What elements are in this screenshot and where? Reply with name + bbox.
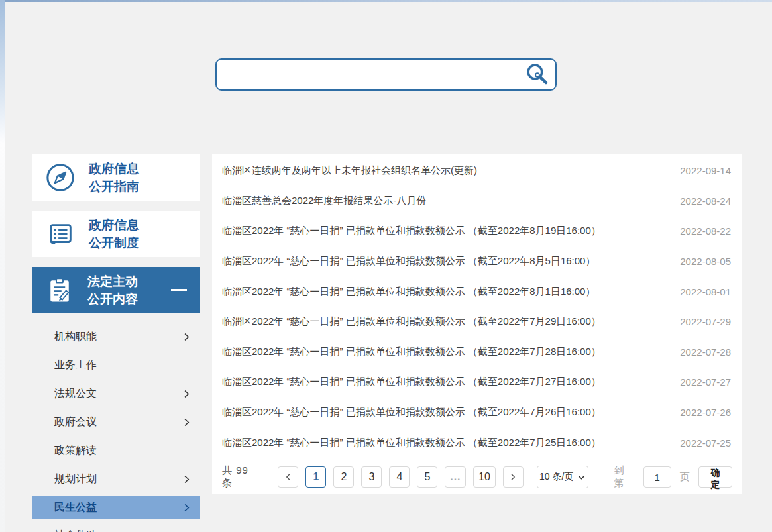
page-button-1[interactable]: 1 — [305, 466, 326, 488]
sidebar-item-label: 公开制度 — [89, 234, 139, 252]
announcement-link[interactable]: 临淄区2022年 “慈心一日捐” 已捐款单位和捐款数额公示 （截至2022年8月… — [222, 225, 601, 237]
pagination: 共 99 条 1 2 3 4 5 ... 10 10 条/页 到第 — [212, 466, 742, 488]
list-item: 临淄区慈善总会2022年度年报结果公示-八月份 2022-08-24 — [222, 186, 731, 217]
chevron-right-icon — [509, 473, 517, 481]
page-size-label: 10 条/页 — [539, 471, 573, 483]
goto-prefix-label: 到第 — [614, 464, 635, 490]
search-bar — [215, 58, 557, 91]
goto-page-input[interactable] — [643, 466, 671, 488]
announcement-date: 2022-08-24 — [680, 195, 731, 207]
list-item: 临淄区2022年 “慈心一日捐” 已捐款单位和捐款数额公示 （截至2022年7月… — [222, 398, 731, 428]
sidebar: 政府信息 公开指南 政府信息 公开制度 — [32, 154, 200, 532]
announcement-date: 2022-08-05 — [680, 256, 731, 267]
announcement-date: 2022-07-25 — [680, 437, 731, 449]
announcement-date: 2022-09-14 — [680, 165, 731, 176]
list-item: 临淄区2022年 “慈心一日捐” 已捐款单位和捐款数额公示 （截至2022年7月… — [222, 307, 731, 337]
clipboard-pencil-icon — [45, 275, 74, 305]
submenu: 机构职能 业务工作 法规公文 政府会议 政策解读 — [32, 323, 200, 532]
total-count: 共 99 条 — [222, 464, 261, 490]
submenu-label: 规划计划 — [54, 472, 97, 486]
search-input[interactable] — [215, 58, 557, 91]
submenu-item-regulations[interactable]: 法规公文 — [32, 380, 200, 408]
list-item: 临淄区2022年 “慈心一日捐” 已捐款单位和捐款数额公示 （截至2022年7月… — [222, 427, 731, 458]
confirm-button[interactable]: 确定 — [698, 466, 732, 488]
next-page-button[interactable] — [503, 466, 524, 488]
announcement-link[interactable]: 临淄区慈善总会2022年度年报结果公示-八月份 — [222, 195, 426, 207]
submenu-item-public-welfare[interactable]: 民生公益 — [32, 496, 200, 519]
page-button-5[interactable]: 5 — [417, 466, 437, 488]
goto-suffix-label: 页 — [680, 471, 690, 484]
announcement-date: 2022-07-27 — [680, 376, 731, 388]
left-border-strip — [0, 0, 5, 532]
page-ellipsis-button[interactable]: ... — [445, 466, 466, 488]
chevron-right-icon — [182, 418, 191, 427]
announcement-link[interactable]: 临淄区连续两年及两年以上未年报社会组织名单公示(更新) — [222, 164, 477, 177]
submenu-item-organization[interactable]: 机构职能 — [32, 323, 200, 351]
chevron-right-icon — [182, 390, 191, 398]
sidebar-item-label: 政府信息 — [89, 216, 139, 234]
sidebar-item-gov-info-system[interactable]: 政府信息 公开制度 — [32, 211, 200, 257]
page-button-3[interactable]: 3 — [361, 466, 382, 488]
announcement-date: 2022-08-01 — [680, 286, 731, 297]
collapse-minus-icon[interactable] — [171, 289, 187, 291]
sidebar-item-label: 法定主动 — [87, 272, 138, 290]
announcement-date: 2022-07-26 — [680, 407, 731, 418]
page: 政府信息 公开指南 政府信息 公开制度 — [0, 0, 772, 532]
list-item: 临淄区2022年 “慈心一日捐” 已捐款单位和捐款数额公示 （截至2022年8月… — [222, 216, 731, 246]
search-icon — [525, 62, 549, 87]
submenu-item-gov-meetings[interactable]: 政府会议 — [32, 408, 200, 437]
submenu-label: 政府会议 — [54, 415, 97, 429]
submenu-label: 政策解读 — [54, 444, 97, 458]
announcement-date: 2022-07-28 — [680, 346, 731, 358]
sidebar-item-label: 公开指南 — [89, 178, 139, 195]
document-icon — [45, 219, 76, 249]
sidebar-item-label: 公开内容 — [87, 290, 138, 308]
announcement-link[interactable]: 临淄区2022年 “慈心一日捐” 已捐款单位和捐款数额公示 （截至2022年7月… — [222, 346, 601, 358]
announcement-date: 2022-07-29 — [680, 316, 731, 327]
chevron-down-icon — [578, 474, 585, 481]
announcement-link[interactable]: 临淄区2022年 “慈心一日捐” 已捐款单位和捐款数额公示 （截至2022年7月… — [222, 406, 601, 419]
list-item: 临淄区2022年 “慈心一日捐” 已捐款单位和捐款数额公示 （截至2022年7月… — [222, 337, 731, 368]
submenu-item-planning[interactable]: 规划计划 — [32, 465, 200, 494]
chevron-right-icon — [182, 475, 191, 484]
announcement-date: 2022-08-22 — [680, 225, 731, 237]
announcement-list: 临淄区连续两年及两年以上未年报社会组织名单公示(更新) 2022-09-14 临… — [212, 154, 742, 458]
sidebar-item-gov-info-guide[interactable]: 政府信息 公开指南 — [32, 154, 200, 201]
list-item: 临淄区连续两年及两年以上未年报社会组织名单公示(更新) 2022-09-14 — [222, 156, 731, 186]
page-size-select[interactable]: 10 条/页 — [537, 466, 588, 488]
page-button-2[interactable]: 2 — [333, 466, 354, 488]
announcement-link[interactable]: 临淄区2022年 “慈心一日捐” 已捐款单位和捐款数额公示 （截至2022年7月… — [222, 376, 601, 388]
submenu-label: 社会救助 — [54, 529, 97, 532]
sidebar-item-statutory-disclosure[interactable]: 法定主动 公开内容 — [32, 267, 200, 313]
compass-icon — [45, 162, 76, 193]
top-border-strip — [0, 0, 772, 2]
chevron-right-icon — [182, 504, 191, 512]
sidebar-item-label: 政府信息 — [89, 160, 139, 178]
page-button-10[interactable]: 10 — [473, 466, 495, 488]
chevron-left-icon — [284, 473, 292, 481]
page-button-4[interactable]: 4 — [389, 466, 410, 488]
list-item: 临淄区2022年 “慈心一日捐” 已捐款单位和捐款数额公示 （截至2022年8月… — [222, 276, 731, 307]
list-item: 临淄区2022年 “慈心一日捐” 已捐款单位和捐款数额公示 （截至2022年7月… — [222, 367, 731, 398]
announcement-link[interactable]: 临淄区2022年 “慈心一日捐” 已捐款单位和捐款数额公示 （截至2022年8月… — [222, 255, 595, 268]
prev-page-button[interactable] — [278, 466, 298, 488]
submenu-label: 业务工作 — [54, 358, 97, 372]
submenu-item-business-work[interactable]: 业务工作 — [32, 351, 200, 380]
announcement-link[interactable]: 临淄区2022年 “慈心一日捐” 已捐款单位和捐款数额公示 （截至2022年7月… — [222, 315, 601, 328]
announcement-link[interactable]: 临淄区2022年 “慈心一日捐” 已捐款单位和捐款数额公示 （截至2022年7月… — [222, 437, 601, 449]
submenu-label: 民生公益 — [54, 501, 97, 515]
submenu-label: 法规公文 — [54, 387, 97, 401]
announcement-link[interactable]: 临淄区2022年 “慈心一日捐” 已捐款单位和捐款数额公示 （截至2022年8月… — [222, 286, 595, 298]
submenu-item-policy-interpretation[interactable]: 政策解读 — [32, 437, 200, 465]
submenu-item-social-assistance[interactable]: 社会救助 — [32, 521, 200, 532]
list-item: 临淄区2022年 “慈心一日捐” 已捐款单位和捐款数额公示 （截至2022年8月… — [222, 246, 731, 277]
content-panel: 临淄区连续两年及两年以上未年报社会组织名单公示(更新) 2022-09-14 临… — [212, 154, 742, 494]
submenu-label: 机构职能 — [54, 330, 97, 344]
search-button[interactable] — [524, 62, 550, 87]
chevron-right-icon — [182, 333, 191, 341]
